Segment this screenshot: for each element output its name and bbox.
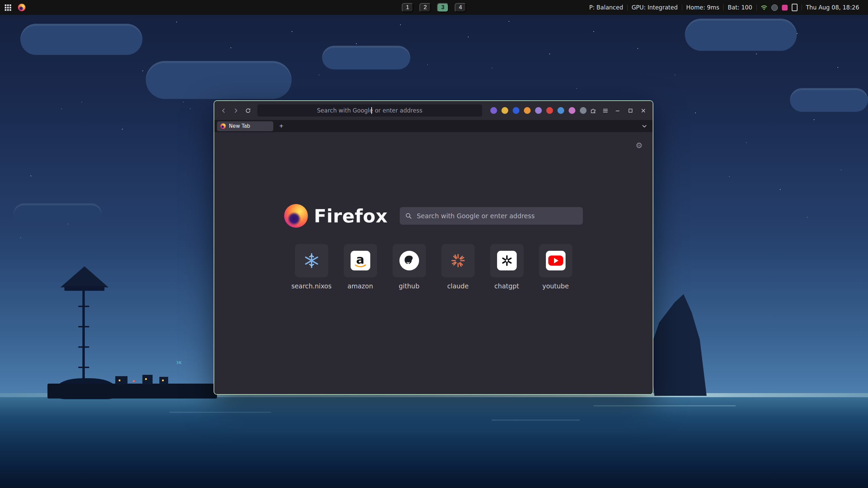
firefox-wordmark: Firefox xyxy=(314,205,388,227)
reload-icon xyxy=(245,108,251,114)
cloud xyxy=(146,61,292,99)
url-bar xyxy=(257,104,482,117)
url-input[interactable] xyxy=(257,104,482,117)
minimize-button[interactable] xyxy=(612,105,623,116)
openai-knot-icon xyxy=(500,254,513,267)
back-button[interactable] xyxy=(218,105,229,116)
shortcut-label: amazon xyxy=(348,282,373,290)
youtube-play-badge xyxy=(548,256,563,266)
shortcut-label: chatgpt xyxy=(494,282,519,290)
extension-icon[interactable] xyxy=(557,107,564,114)
system-tray xyxy=(757,4,802,11)
octocat-icon xyxy=(403,254,416,267)
workspace-button-2[interactable]: 2 xyxy=(419,3,431,12)
hamburger-icon xyxy=(603,108,608,114)
window-controls xyxy=(612,105,649,116)
extension-icon[interactable] xyxy=(580,107,587,114)
cloud xyxy=(790,88,868,112)
puzzle-icon xyxy=(590,108,596,114)
newtab-search-input[interactable] xyxy=(416,212,577,220)
extension-icon[interactable] xyxy=(501,107,508,114)
app-launcher-button[interactable] xyxy=(5,4,11,11)
workspace-button-1[interactable]: 1 xyxy=(402,3,413,12)
shortcut-tile xyxy=(441,244,475,277)
shortcut-label: claude xyxy=(447,282,469,290)
ping-status: Home: 9ms xyxy=(682,4,724,11)
cloud xyxy=(685,19,797,51)
forward-button[interactable] xyxy=(231,105,241,116)
maximize-button[interactable] xyxy=(625,105,636,116)
minimize-icon xyxy=(615,108,620,113)
tab-new-tab[interactable]: New Tab xyxy=(217,121,273,131)
newtab-search-bar xyxy=(400,207,583,225)
personalize-gear-button[interactable]: ⚙ xyxy=(635,141,643,150)
close-icon xyxy=(641,108,646,113)
forward-icon xyxy=(233,108,239,114)
new-tab-page: ⚙ Firefox xyxy=(214,132,653,394)
extension-icon[interactable] xyxy=(524,107,531,114)
display-icon[interactable] xyxy=(792,4,797,11)
text-caret xyxy=(371,107,372,114)
shortcut-label: youtube xyxy=(542,282,569,290)
shortcut-github[interactable]: github xyxy=(393,244,426,290)
shortcut-chatgpt[interactable]: chatgpt xyxy=(490,244,524,290)
chevron-down-icon xyxy=(642,125,647,128)
gpu-status: GPU: Integrated xyxy=(628,4,682,11)
workspace-button-3[interactable]: 3 xyxy=(437,3,449,12)
shortcut-label: github xyxy=(399,282,419,290)
youtube-icon xyxy=(546,251,566,270)
firefox-window: New Tab + ⚙ Firefox xyxy=(214,100,653,395)
menu-button[interactable] xyxy=(600,105,611,116)
amazon-smile-icon xyxy=(354,264,367,268)
wifi-icon[interactable] xyxy=(761,5,767,10)
maximize-icon xyxy=(628,108,633,113)
wallpaper-sign: 3K xyxy=(176,361,182,365)
shortcut-grid: search.nixos a amazon xyxy=(214,244,653,290)
water-streak xyxy=(593,405,736,406)
extension-toolbar xyxy=(490,107,587,114)
ocean xyxy=(0,397,868,488)
tab-bar: New Tab + xyxy=(214,120,653,132)
extension-icon[interactable] xyxy=(569,107,575,114)
new-tab-button[interactable]: + xyxy=(277,122,286,131)
extension-icon[interactable] xyxy=(490,107,497,114)
shortcut-search-nixos[interactable]: search.nixos xyxy=(295,244,328,290)
workspace-button-4[interactable]: 4 xyxy=(455,3,466,12)
firefox-favicon xyxy=(220,123,226,129)
notification-icon[interactable] xyxy=(771,4,778,11)
shortcut-tile xyxy=(393,244,426,277)
firefox-taskbar-icon[interactable] xyxy=(18,4,25,11)
list-all-tabs-button[interactable] xyxy=(640,122,649,130)
claude-starburst-icon xyxy=(451,253,466,268)
tab-title: New Tab xyxy=(229,123,250,129)
battery-status: Bat: 100 xyxy=(724,4,756,11)
cloud xyxy=(322,46,410,69)
nixos-snowflake-icon xyxy=(304,253,319,268)
cloud xyxy=(14,203,102,224)
play-icon xyxy=(554,258,558,263)
shortcut-label: search.nixos xyxy=(291,282,332,290)
shortcut-youtube[interactable]: youtube xyxy=(539,244,572,290)
browser-toolbar xyxy=(214,101,653,120)
shortcut-amazon[interactable]: a amazon xyxy=(344,244,377,290)
status-bar: 1 2 3 4 P: Balanced GPU: Integrated Home… xyxy=(0,0,868,15)
power-profile-status: P: Balanced xyxy=(585,4,627,11)
close-button[interactable] xyxy=(638,105,649,116)
firefox-logo xyxy=(284,204,308,228)
shortcut-claude[interactable]: claude xyxy=(441,244,475,290)
color-picker-icon[interactable] xyxy=(782,5,788,11)
shortcut-tile: a xyxy=(344,244,377,277)
newtab-hero: Firefox xyxy=(214,204,653,228)
shortcut-tile xyxy=(490,244,524,277)
extension-icon[interactable] xyxy=(546,107,553,114)
extension-icon[interactable] xyxy=(535,107,542,114)
water-streak xyxy=(170,412,271,413)
extensions-puzzle-button[interactable] xyxy=(588,105,599,116)
shortcut-tile xyxy=(539,244,572,277)
reload-button[interactable] xyxy=(242,105,253,116)
github-icon xyxy=(399,251,419,270)
extension-icon[interactable] xyxy=(513,107,519,114)
workspace-switcher: 1 2 3 4 xyxy=(402,0,466,15)
chatgpt-icon xyxy=(497,251,517,270)
amazon-icon: a xyxy=(351,251,370,270)
